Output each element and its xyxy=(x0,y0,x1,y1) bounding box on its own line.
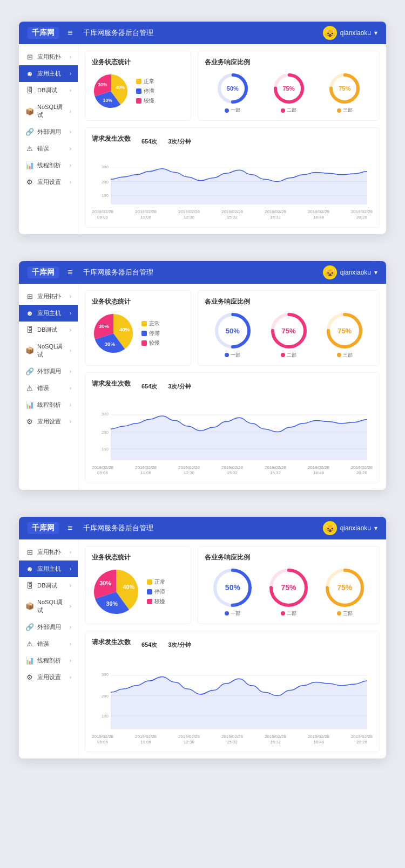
sidebar-item-app-host[interactable]: ☻ 应用主机 › xyxy=(19,305,78,322)
line-chart-area: 300200100 xyxy=(92,657,373,732)
thread-profile-icon: 📊 xyxy=(25,657,34,665)
donut-label: 三部 xyxy=(337,107,353,114)
donut-percent: 50% xyxy=(227,85,239,92)
sidebar-item-db-debug[interactable]: 🗄 DB调试 › xyxy=(19,322,78,338)
svg-text:200: 200 xyxy=(102,429,109,434)
menu-icon[interactable]: ≡ xyxy=(68,523,72,533)
sidebar-label: DB调试 xyxy=(37,326,57,334)
user-area[interactable]: 😺 qianxiaoku ▾ xyxy=(323,26,377,40)
pie-chart: 40%30%30% xyxy=(92,72,130,110)
sidebar-item-error[interactable]: ⚠ 错误 › xyxy=(19,140,78,157)
chevron-right-icon: › xyxy=(70,129,71,135)
avatar-icon: 😺 xyxy=(324,29,336,38)
chevron-right-icon: › xyxy=(70,179,71,185)
sidebar-item-app-topology[interactable]: ⊞ 应用拓扑 › xyxy=(19,288,78,305)
dashboard-body: ⊞ 应用拓扑 › ☻ 应用主机 › 🗄 DB调试 › 📦 NoSQL调试 › 🔗… xyxy=(19,44,386,234)
db-debug-icon: 🗄 xyxy=(25,86,34,94)
menu-icon[interactable]: ≡ xyxy=(68,28,72,38)
donut-label-text: 三部 xyxy=(343,107,353,114)
donut-label-text: 三部 xyxy=(343,352,353,359)
sidebar-item-app-settings[interactable]: ⚙ 应用设置 › xyxy=(19,174,78,190)
sidebar-item-thread-profile[interactable]: 📊 线程剖析 › xyxy=(19,397,78,413)
chevron-right-icon: › xyxy=(70,658,71,664)
nosql-debug-icon: 📦 xyxy=(25,346,34,354)
sidebar-item-app-settings[interactable]: ⚙ 应用设置 › xyxy=(19,669,78,686)
sidebar-item-app-topology[interactable]: ⊞ 应用拓扑 › xyxy=(19,544,78,561)
chevron-right-icon: › xyxy=(70,162,71,168)
sidebar-item-db-debug[interactable]: 🗄 DB调试 › xyxy=(19,577,78,594)
sidebar-item-app-topology[interactable]: ⊞ 应用拓扑 › xyxy=(19,49,78,65)
line-header: 请求发生次数 654次 3次/分钟 xyxy=(92,379,373,394)
chevron-right-icon: › xyxy=(70,71,71,77)
donut-item: 75% 二部 xyxy=(268,568,309,617)
donut-label-text: 一部 xyxy=(231,352,240,359)
x-label: 2019/02/2812:30 xyxy=(178,465,200,476)
chevron-right-icon: › xyxy=(70,293,71,299)
sidebar-label: NoSQL调试 xyxy=(37,103,66,119)
legend-label: 较慢 xyxy=(154,598,165,605)
status-card-title: 业务状态统计 xyxy=(92,58,184,67)
user-area[interactable]: 😺 qianxiaoku ▾ xyxy=(323,265,377,279)
nosql-debug-icon: 📦 xyxy=(25,602,34,610)
sidebar-label: 应用设置 xyxy=(37,418,61,426)
sidebar-item-external-call[interactable]: 🔗 外部调用 › xyxy=(19,363,78,380)
x-label: 2019/02/2818:48 xyxy=(308,209,329,221)
app-topology-icon: ⊞ xyxy=(25,292,34,300)
chevron-right-icon: › xyxy=(70,603,71,609)
sidebar-label: 应用拓扑 xyxy=(37,292,61,300)
donut-chart: 75% xyxy=(325,568,365,608)
donut-row: 50% 一部 75% 二部 xyxy=(205,72,373,114)
svg-text:300: 300 xyxy=(102,412,109,416)
chevron-right-icon: › xyxy=(70,583,71,589)
donut-percent: 75% xyxy=(339,85,350,92)
legend-label: 正常 xyxy=(154,578,165,586)
header-title: 千库网服务器后台管理 xyxy=(83,268,316,277)
thread-profile-icon: 📊 xyxy=(25,401,34,409)
app-host-icon: ☻ xyxy=(25,565,34,573)
dashboard-body: ⊞ 应用拓扑 › ☻ 应用主机 › 🗄 DB调试 › 📦 NoSQL调试 › 🔗… xyxy=(19,539,386,759)
donut-row: 50% 一部 75% 二部 xyxy=(205,312,373,359)
menu-icon[interactable]: ≡ xyxy=(68,268,72,277)
app-topology-icon: ⊞ xyxy=(25,548,34,556)
sidebar-item-external-call[interactable]: 🔗 外部调用 › xyxy=(19,619,78,635)
app-topology-icon: ⊞ xyxy=(25,53,34,61)
x-label: 2019/02/2811:06 xyxy=(135,734,157,746)
user-area[interactable]: 😺 qianxiaoku ▾ xyxy=(323,521,377,535)
error-icon: ⚠ xyxy=(25,384,34,392)
chevron-right-icon: › xyxy=(70,310,71,316)
sidebar-item-nosql-debug[interactable]: 📦 NoSQL调试 › xyxy=(19,99,78,124)
sidebar-item-external-call[interactable]: 🔗 外部调用 › xyxy=(19,124,78,140)
sidebar-item-db-debug[interactable]: 🗄 DB调试 › xyxy=(19,82,78,99)
logo: 千库网 xyxy=(28,266,59,278)
sidebar-item-thread-profile[interactable]: 📊 线程剖析 › xyxy=(19,157,78,174)
logo: 千库网 xyxy=(28,522,59,534)
legend-item: 停滞 xyxy=(141,330,160,337)
donut-percent: 75% xyxy=(283,85,295,92)
top-row: 业务状态统计 40%30%30% 正常 停滞 较慢 各业务响应比例 50% xyxy=(85,546,380,624)
sidebar-item-app-settings[interactable]: ⚙ 应用设置 › xyxy=(19,413,78,430)
sidebar-item-nosql-debug[interactable]: 📦 NoSQL调试 › xyxy=(19,338,78,363)
line-stat-count: 654次 xyxy=(141,382,157,391)
sidebar-label: 应用拓扑 xyxy=(37,53,61,61)
db-debug-icon: 🗄 xyxy=(25,326,34,334)
chevron-right-icon: › xyxy=(70,566,71,572)
chevron-right-icon: › xyxy=(70,402,71,408)
sidebar-label: 错误 xyxy=(37,384,49,392)
sidebar-item-error[interactable]: ⚠ 错误 › xyxy=(19,635,78,652)
svg-text:200: 200 xyxy=(102,693,109,698)
chevron-right-icon: › xyxy=(70,146,71,152)
donut-chart: 75% xyxy=(328,72,361,105)
sidebar-item-error[interactable]: ⚠ 错误 › xyxy=(19,380,78,397)
sidebar-item-nosql-debug[interactable]: 📦 NoSQL调试 › xyxy=(19,594,78,619)
avatar: 😺 xyxy=(323,265,337,279)
line-card-title: 请求发生次数 xyxy=(92,638,131,647)
legend-label: 停滞 xyxy=(149,330,160,337)
sidebar-item-thread-profile[interactable]: 📊 线程剖析 › xyxy=(19,652,78,669)
donut-item: 50% 一部 xyxy=(214,312,252,359)
legend-dot xyxy=(141,331,147,336)
sidebar-item-app-host[interactable]: ☻ 应用主机 › xyxy=(19,65,78,82)
svg-text:30%: 30% xyxy=(99,323,110,329)
response-card: 各业务响应比例 50% 一部 75% xyxy=(198,546,380,624)
main-content: 业务状态统计 40%30%30% 正常 停滞 较慢 各业务响应比例 50% xyxy=(78,539,386,759)
sidebar-item-app-host[interactable]: ☻ 应用主机 › xyxy=(19,561,78,577)
